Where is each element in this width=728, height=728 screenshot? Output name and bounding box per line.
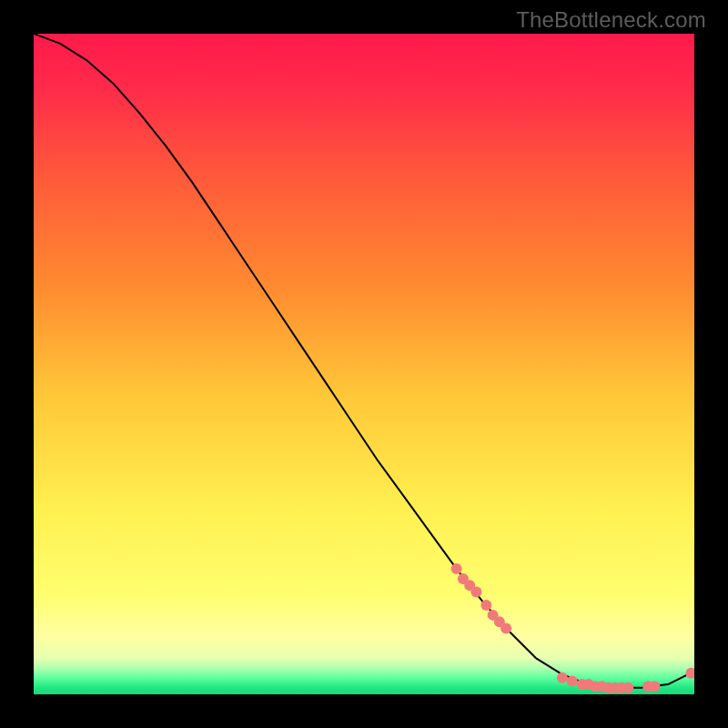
gradient-background	[34, 34, 694, 694]
curve-marker	[622, 682, 633, 693]
curve-marker	[480, 600, 491, 611]
curve-marker	[451, 563, 462, 574]
curve-marker	[500, 622, 511, 633]
curve-marker	[649, 681, 660, 692]
curve-marker	[470, 586, 481, 597]
chart-container: TheBottleneck.com	[0, 0, 728, 728]
chart-plot	[34, 34, 694, 694]
curve-marker	[557, 672, 568, 683]
watermark-text: TheBottleneck.com	[516, 7, 706, 33]
curve-marker	[567, 675, 578, 686]
